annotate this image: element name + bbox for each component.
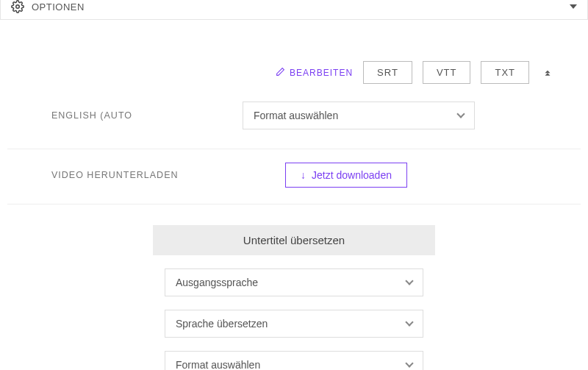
collapse-icon[interactable] xyxy=(542,67,553,79)
options-bar[interactable]: OPTIONEN xyxy=(0,0,588,20)
chevron-down-icon xyxy=(405,318,413,326)
txt-button[interactable]: TXT xyxy=(481,61,529,84)
target-language-select[interactable]: Sprache übersetzen xyxy=(165,310,423,338)
source-language-value: Ausgangssprache xyxy=(176,277,258,288)
vtt-button[interactable]: VTT xyxy=(423,61,471,84)
source-language-select[interactable]: Ausgangssprache xyxy=(165,268,423,296)
format-select[interactable]: Format auswählen xyxy=(243,102,475,129)
srt-button[interactable]: SRT xyxy=(363,61,412,84)
chevron-down-icon xyxy=(456,110,465,118)
download-row: VIDEO HERUNTERLADEN ↓ Jetzt downloaden xyxy=(7,149,581,204)
language-row: ENGLISH (AUTO Format auswählen xyxy=(7,84,581,149)
chevron-down-icon xyxy=(405,359,413,367)
action-row: BEARBEITEN SRT VTT TXT xyxy=(7,61,581,84)
download-button-label: Jetzt downloaden xyxy=(312,169,392,181)
content: BEARBEITEN SRT VTT TXT ENGLISH (AUTO For… xyxy=(0,61,588,370)
gear-icon xyxy=(11,0,24,13)
caret-down-icon[interactable] xyxy=(570,4,577,9)
target-language-value: Sprache übersetzen xyxy=(176,318,268,330)
translate-section: Untertitel übersetzen Ausgangssprache Sp… xyxy=(7,225,581,370)
language-label: ENGLISH (AUTO xyxy=(7,110,243,121)
edit-label: BEARBEITEN xyxy=(290,68,353,78)
translate-format-value: Format auswählen xyxy=(176,359,260,370)
download-label: VIDEO HERUNTERLADEN xyxy=(7,170,243,180)
chevron-down-icon xyxy=(405,277,413,285)
translate-format-select[interactable]: Format auswählen xyxy=(165,351,423,370)
translate-header: Untertitel übersetzen xyxy=(153,225,435,255)
download-icon: ↓ xyxy=(301,169,306,181)
svg-point-0 xyxy=(16,5,20,9)
options-left: OPTIONEN xyxy=(11,0,85,13)
pencil-icon xyxy=(276,67,285,79)
format-select-value: Format auswählen xyxy=(254,110,338,121)
options-label: OPTIONEN xyxy=(32,1,85,13)
edit-link[interactable]: BEARBEITEN xyxy=(276,67,353,79)
download-button[interactable]: ↓ Jetzt downloaden xyxy=(285,163,407,188)
